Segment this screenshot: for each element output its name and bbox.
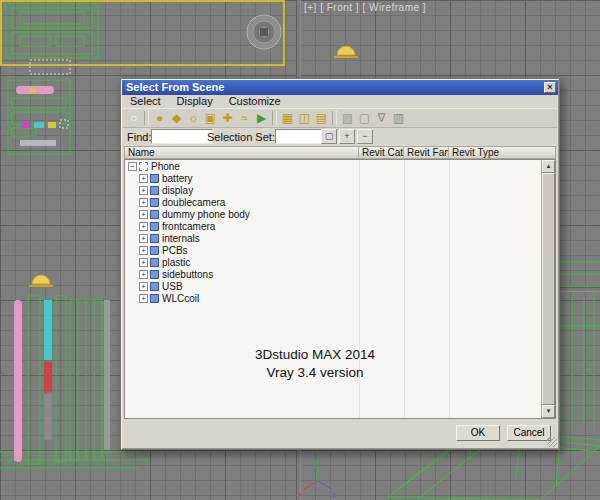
tree-row[interactable]: + PCBs [125,244,541,256]
display-space-warps-icon[interactable]: ≈ [236,110,253,127]
menu-customize[interactable]: Customize [221,95,289,108]
object-icon [150,198,159,207]
object-icon [150,222,159,231]
resize-grip[interactable] [547,437,557,447]
expander-icon[interactable]: + [139,234,148,243]
tree-row-label: frontcamera [162,221,215,232]
dialog-title: Select From Scene [126,81,224,93]
menu-display[interactable]: Display [169,95,221,108]
toolbar-icon-glyph: ◫ [299,110,310,127]
expander-icon[interactable]: + [139,270,148,279]
display-shapes-icon[interactable]: ◆ [168,110,185,127]
vertical-scrollbar[interactable]: ▲ ▼ [541,160,555,418]
tree-row-label: doublecamera [162,197,225,208]
column-header-revit-type[interactable]: Revit Type [449,147,555,158]
find-label: Find: [127,131,151,143]
tree-row[interactable]: − Phone [125,160,541,172]
watermark-text: 3Dstudio MAX 2014 Vray 3.4 version [185,346,445,382]
tree-row[interactable]: + internals [125,232,541,244]
axis-y-label: y [314,457,318,466]
column-header-revit-family[interactable]: Revit Fam... [404,147,449,158]
display-xrefs-icon[interactable]: ◫ [296,110,313,127]
tree-row-label: PCBs [162,245,188,256]
dialog-buttons: OK Cancel [456,425,551,441]
expander-icon[interactable]: + [139,246,148,255]
expander-icon[interactable]: + [139,186,148,195]
tree-row[interactable]: + display [125,184,541,196]
remove-from-selection-set-button[interactable]: − [357,129,373,144]
tree-row-label: plastic [162,257,190,268]
object-icon [150,234,159,243]
close-icon[interactable]: × [544,82,556,93]
object-icon [139,162,148,171]
add-to-selection-set-button[interactable]: + [339,129,355,144]
tree-row-label: internals [162,233,200,244]
axis-x-label: x [298,490,302,499]
toolbar-icon-glyph: ● [156,110,163,127]
toolbar-separator[interactable] [332,111,337,125]
toolbar-icon-glyph: ▥ [393,110,404,127]
skylight-icon[interactable] [29,275,53,286]
expander-icon[interactable]: + [139,174,148,183]
object-icon [150,246,159,255]
expander-icon[interactable]: − [128,162,137,171]
expander-icon[interactable]: + [139,294,148,303]
scrollbar-thumb[interactable] [542,173,555,405]
column-chooser-icon[interactable]: ▥ [390,110,407,127]
expander-icon[interactable]: + [139,282,148,291]
toolbar-icon-glyph: ○ [130,110,137,127]
toolbar-icon-glyph: ☼ [188,110,199,127]
tree-row[interactable]: + doublecamera [125,196,541,208]
tree-row[interactable]: + dummy phone body [125,208,541,220]
watermark-line1: 3Dstudio MAX 2014 [185,346,445,364]
column-header-name[interactable]: Name [125,147,359,158]
display-cameras-icon[interactable]: ▣ [202,110,219,127]
object-icon [150,282,159,291]
selection-set-label: Selection Set: [207,131,275,143]
display-hidden-icon[interactable]: ▢ [356,110,373,127]
tree-row[interactable]: + USB [125,280,541,292]
object-icon [150,174,159,183]
toolbar-separator[interactable] [144,111,149,125]
navigation-wheel-icon[interactable] [247,15,281,49]
display-containers-icon[interactable]: ▤ [313,110,330,127]
scroll-up-icon[interactable]: ▲ [542,160,555,173]
menu-select[interactable]: Select [122,95,169,108]
display-groups-icon[interactable]: ▦ [279,110,296,127]
expander-icon[interactable]: + [139,222,148,231]
tree-row[interactable]: + frontcamera [125,220,541,232]
tree-row[interactable]: + WLCcoil [125,292,541,304]
display-frozen-icon[interactable]: ▧ [339,110,356,127]
tree-row-label: Phone [151,161,180,172]
tree-row[interactable]: + battery [125,172,541,184]
scroll-down-icon[interactable]: ▼ [542,405,555,418]
toolbar-separator[interactable] [272,111,277,125]
display-helpers-icon[interactable]: ✚ [219,110,236,127]
create-selection-set-button[interactable]: ▢ [321,129,337,144]
display-lights-icon[interactable]: ☼ [185,110,202,127]
select-all-filter-icon[interactable]: ○ [125,110,142,127]
toolbar-icon-glyph: ▢ [359,110,370,127]
expander-icon[interactable]: + [139,210,148,219]
display-geometry-icon[interactable]: ● [151,110,168,127]
find-input[interactable] [151,129,213,144]
tree-row-label: battery [162,173,193,184]
watermark-line2: Vray 3.4 version [185,364,445,382]
display-bones-icon[interactable]: ▶ [253,110,270,127]
skylight-icon[interactable] [334,46,358,57]
expander-icon[interactable]: + [139,258,148,267]
object-icon [150,270,159,279]
object-icon [150,210,159,219]
cancel-button[interactable]: Cancel [507,425,551,441]
axis-z-label: z [332,490,336,499]
column-header-revit-category[interactable]: Revit Cat... [359,147,404,158]
toolbar-icon-glyph: ▣ [205,110,216,127]
tree-row-label: WLCcoil [162,293,199,304]
tree-row[interactable]: + sidebuttons [125,268,541,280]
ok-button[interactable]: OK [456,425,500,441]
expander-icon[interactable]: + [139,198,148,207]
wireframe-phone-top [6,4,98,58]
tree-row[interactable]: + plastic [125,256,541,268]
filter-combinations-icon[interactable]: ∇ [373,110,390,127]
dialog-titlebar[interactable]: Select From Scene × [122,80,558,95]
